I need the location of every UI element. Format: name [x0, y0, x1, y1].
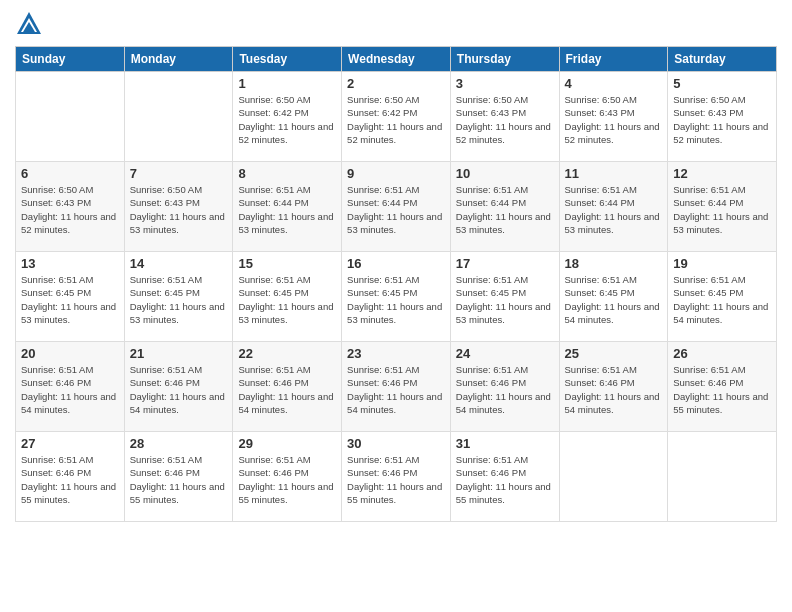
day-info: Sunrise: 6:51 AM Sunset: 6:46 PM Dayligh… [238, 363, 336, 416]
calendar-cell: 12Sunrise: 6:51 AM Sunset: 6:44 PM Dayli… [668, 162, 777, 252]
day-number: 8 [238, 166, 336, 181]
calendar-cell: 16Sunrise: 6:51 AM Sunset: 6:45 PM Dayli… [342, 252, 451, 342]
calendar-cell: 8Sunrise: 6:51 AM Sunset: 6:44 PM Daylig… [233, 162, 342, 252]
day-number: 6 [21, 166, 119, 181]
day-number: 28 [130, 436, 228, 451]
day-info: Sunrise: 6:51 AM Sunset: 6:44 PM Dayligh… [347, 183, 445, 236]
day-number: 18 [565, 256, 663, 271]
day-info: Sunrise: 6:50 AM Sunset: 6:43 PM Dayligh… [456, 93, 554, 146]
day-number: 5 [673, 76, 771, 91]
day-number: 2 [347, 76, 445, 91]
calendar-cell: 17Sunrise: 6:51 AM Sunset: 6:45 PM Dayli… [450, 252, 559, 342]
day-header: Tuesday [233, 47, 342, 72]
day-header: Friday [559, 47, 668, 72]
week-row: 27Sunrise: 6:51 AM Sunset: 6:46 PM Dayli… [16, 432, 777, 522]
day-info: Sunrise: 6:51 AM Sunset: 6:46 PM Dayligh… [347, 363, 445, 416]
day-number: 21 [130, 346, 228, 361]
day-number: 1 [238, 76, 336, 91]
day-info: Sunrise: 6:51 AM Sunset: 6:46 PM Dayligh… [238, 453, 336, 506]
day-number: 9 [347, 166, 445, 181]
calendar-cell: 10Sunrise: 6:51 AM Sunset: 6:44 PM Dayli… [450, 162, 559, 252]
calendar-cell [16, 72, 125, 162]
day-info: Sunrise: 6:50 AM Sunset: 6:42 PM Dayligh… [238, 93, 336, 146]
calendar-cell: 13Sunrise: 6:51 AM Sunset: 6:45 PM Dayli… [16, 252, 125, 342]
calendar-cell [559, 432, 668, 522]
day-info: Sunrise: 6:51 AM Sunset: 6:46 PM Dayligh… [565, 363, 663, 416]
day-number: 23 [347, 346, 445, 361]
day-number: 14 [130, 256, 228, 271]
day-info: Sunrise: 6:50 AM Sunset: 6:42 PM Dayligh… [347, 93, 445, 146]
calendar-cell: 6Sunrise: 6:50 AM Sunset: 6:43 PM Daylig… [16, 162, 125, 252]
calendar-cell [668, 432, 777, 522]
day-number: 16 [347, 256, 445, 271]
day-info: Sunrise: 6:51 AM Sunset: 6:44 PM Dayligh… [456, 183, 554, 236]
day-number: 24 [456, 346, 554, 361]
day-header: Sunday [16, 47, 125, 72]
day-info: Sunrise: 6:51 AM Sunset: 6:46 PM Dayligh… [130, 363, 228, 416]
day-number: 20 [21, 346, 119, 361]
day-number: 25 [565, 346, 663, 361]
day-number: 27 [21, 436, 119, 451]
day-info: Sunrise: 6:51 AM Sunset: 6:45 PM Dayligh… [130, 273, 228, 326]
calendar-cell: 11Sunrise: 6:51 AM Sunset: 6:44 PM Dayli… [559, 162, 668, 252]
day-header: Saturday [668, 47, 777, 72]
day-info: Sunrise: 6:51 AM Sunset: 6:46 PM Dayligh… [456, 453, 554, 506]
calendar-cell: 21Sunrise: 6:51 AM Sunset: 6:46 PM Dayli… [124, 342, 233, 432]
week-row: 20Sunrise: 6:51 AM Sunset: 6:46 PM Dayli… [16, 342, 777, 432]
day-header: Thursday [450, 47, 559, 72]
day-info: Sunrise: 6:51 AM Sunset: 6:46 PM Dayligh… [21, 363, 119, 416]
day-number: 4 [565, 76, 663, 91]
calendar-cell: 18Sunrise: 6:51 AM Sunset: 6:45 PM Dayli… [559, 252, 668, 342]
day-header: Monday [124, 47, 233, 72]
day-number: 10 [456, 166, 554, 181]
day-number: 22 [238, 346, 336, 361]
day-number: 15 [238, 256, 336, 271]
day-info: Sunrise: 6:51 AM Sunset: 6:45 PM Dayligh… [673, 273, 771, 326]
calendar-cell: 26Sunrise: 6:51 AM Sunset: 6:46 PM Dayli… [668, 342, 777, 432]
day-info: Sunrise: 6:51 AM Sunset: 6:45 PM Dayligh… [238, 273, 336, 326]
day-info: Sunrise: 6:51 AM Sunset: 6:46 PM Dayligh… [456, 363, 554, 416]
calendar-cell: 30Sunrise: 6:51 AM Sunset: 6:46 PM Dayli… [342, 432, 451, 522]
day-number: 3 [456, 76, 554, 91]
calendar-cell: 14Sunrise: 6:51 AM Sunset: 6:45 PM Dayli… [124, 252, 233, 342]
calendar-cell: 25Sunrise: 6:51 AM Sunset: 6:46 PM Dayli… [559, 342, 668, 432]
day-header: Wednesday [342, 47, 451, 72]
calendar-cell: 22Sunrise: 6:51 AM Sunset: 6:46 PM Dayli… [233, 342, 342, 432]
day-number: 26 [673, 346, 771, 361]
calendar-cell: 15Sunrise: 6:51 AM Sunset: 6:45 PM Dayli… [233, 252, 342, 342]
page: SundayMondayTuesdayWednesdayThursdayFrid… [0, 0, 792, 612]
calendar-cell: 1Sunrise: 6:50 AM Sunset: 6:42 PM Daylig… [233, 72, 342, 162]
day-number: 17 [456, 256, 554, 271]
header-row: SundayMondayTuesdayWednesdayThursdayFrid… [16, 47, 777, 72]
day-info: Sunrise: 6:51 AM Sunset: 6:45 PM Dayligh… [456, 273, 554, 326]
logo-icon [15, 10, 43, 38]
calendar-cell: 28Sunrise: 6:51 AM Sunset: 6:46 PM Dayli… [124, 432, 233, 522]
calendar-cell: 19Sunrise: 6:51 AM Sunset: 6:45 PM Dayli… [668, 252, 777, 342]
calendar-cell: 29Sunrise: 6:51 AM Sunset: 6:46 PM Dayli… [233, 432, 342, 522]
day-info: Sunrise: 6:51 AM Sunset: 6:44 PM Dayligh… [238, 183, 336, 236]
day-info: Sunrise: 6:50 AM Sunset: 6:43 PM Dayligh… [565, 93, 663, 146]
calendar-cell: 27Sunrise: 6:51 AM Sunset: 6:46 PM Dayli… [16, 432, 125, 522]
day-info: Sunrise: 6:50 AM Sunset: 6:43 PM Dayligh… [130, 183, 228, 236]
calendar-cell: 7Sunrise: 6:50 AM Sunset: 6:43 PM Daylig… [124, 162, 233, 252]
day-number: 11 [565, 166, 663, 181]
calendar-cell: 5Sunrise: 6:50 AM Sunset: 6:43 PM Daylig… [668, 72, 777, 162]
header [15, 10, 777, 38]
calendar-cell: 23Sunrise: 6:51 AM Sunset: 6:46 PM Dayli… [342, 342, 451, 432]
day-info: Sunrise: 6:51 AM Sunset: 6:45 PM Dayligh… [347, 273, 445, 326]
day-info: Sunrise: 6:51 AM Sunset: 6:45 PM Dayligh… [565, 273, 663, 326]
day-number: 7 [130, 166, 228, 181]
day-number: 19 [673, 256, 771, 271]
calendar-cell [124, 72, 233, 162]
calendar-cell: 24Sunrise: 6:51 AM Sunset: 6:46 PM Dayli… [450, 342, 559, 432]
day-info: Sunrise: 6:51 AM Sunset: 6:46 PM Dayligh… [347, 453, 445, 506]
calendar-cell: 20Sunrise: 6:51 AM Sunset: 6:46 PM Dayli… [16, 342, 125, 432]
calendar-cell: 9Sunrise: 6:51 AM Sunset: 6:44 PM Daylig… [342, 162, 451, 252]
day-info: Sunrise: 6:51 AM Sunset: 6:46 PM Dayligh… [21, 453, 119, 506]
calendar-cell: 2Sunrise: 6:50 AM Sunset: 6:42 PM Daylig… [342, 72, 451, 162]
day-number: 13 [21, 256, 119, 271]
day-info: Sunrise: 6:50 AM Sunset: 6:43 PM Dayligh… [673, 93, 771, 146]
calendar-cell: 31Sunrise: 6:51 AM Sunset: 6:46 PM Dayli… [450, 432, 559, 522]
calendar-cell: 4Sunrise: 6:50 AM Sunset: 6:43 PM Daylig… [559, 72, 668, 162]
logo [15, 10, 47, 38]
